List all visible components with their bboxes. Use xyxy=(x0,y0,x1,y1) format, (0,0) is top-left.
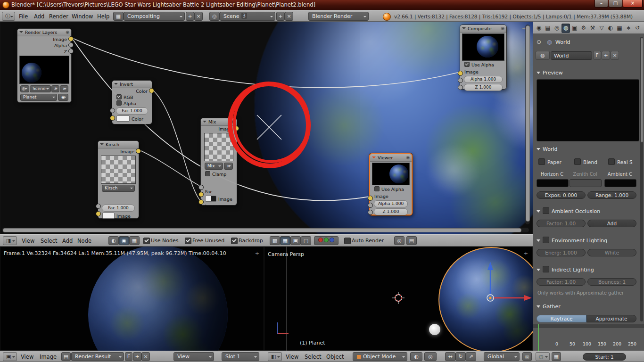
screen-layout-delete-button[interactable]: × xyxy=(194,12,203,21)
tab-world[interactable]: ◍ xyxy=(561,24,570,33)
image-unlink-button[interactable]: × xyxy=(141,352,150,361)
ambient-color-swatch[interactable] xyxy=(604,179,636,187)
free-unused-checkbox[interactable] xyxy=(185,238,191,244)
world-add-button[interactable]: + xyxy=(602,51,610,60)
view-mode-selector[interactable]: View xyxy=(173,352,214,361)
image-datablock-selector[interactable]: Render Result xyxy=(71,352,124,361)
region-corner-plus[interactable]: + xyxy=(524,250,528,256)
tab-texture[interactable]: ▦ xyxy=(615,24,624,33)
range-slider[interactable]: Range: 1.000 xyxy=(587,191,636,199)
menu-image[interactable]: Image xyxy=(40,354,57,360)
timeline[interactable]: 0 50 100 150 200 250 xyxy=(533,324,644,351)
node-editor[interactable]: Render Layers◉ Image Alpha Z ◎ Scene 3 ×… xyxy=(0,22,533,234)
image-editor[interactable]: Frame:1 Ve:32324 Fa:34624 La:1 Mem:35.11… xyxy=(0,247,264,351)
menu-select[interactable]: Select xyxy=(41,238,57,244)
editor-type-node-button[interactable]: ◨ xyxy=(3,236,17,245)
scene-selector[interactable]: Scene3 xyxy=(220,12,275,21)
channel-alpha-icon[interactable]: ▣ xyxy=(290,236,301,245)
tab-material[interactable]: ◐ xyxy=(606,24,615,33)
tab-render-layers[interactable]: ▤ xyxy=(544,24,552,33)
auto-render-checkbox[interactable] xyxy=(344,238,351,244)
properties-scrollbar[interactable] xyxy=(640,37,643,321)
use-nodes-checkbox[interactable] xyxy=(143,238,150,244)
channel-z-icon[interactable]: ▢ xyxy=(301,236,311,245)
menu-view[interactable]: View xyxy=(22,238,34,244)
tab-object-data[interactable]: ▽ xyxy=(597,24,606,33)
ao-checkbox[interactable] xyxy=(543,207,549,214)
menu-render[interactable]: Render xyxy=(49,13,68,20)
gather-approximate-button[interactable]: Approximate xyxy=(586,315,636,322)
screen-layout-selector[interactable]: Compositing xyxy=(124,12,185,21)
pivot-point-selector[interactable]: ◎ xyxy=(424,352,437,361)
editor-type-timeline-button[interactable]: ◷ xyxy=(536,352,550,361)
editor-type-info-button[interactable]: ⓘ xyxy=(2,12,15,21)
scene-delete-button[interactable]: × xyxy=(285,12,293,21)
tab-constraints[interactable]: ⚙ xyxy=(579,24,588,33)
mode-selector[interactable]: ■ Object Mode xyxy=(353,352,407,361)
menu-node[interactable]: Node xyxy=(77,238,91,244)
menu-view[interactable]: View xyxy=(286,354,298,360)
screen-layout-add-button[interactable]: + xyxy=(186,12,194,21)
fake-user-button[interactable]: F xyxy=(593,51,601,60)
world-browse-button[interactable]: ◍ xyxy=(536,51,550,60)
screen-layout-icon[interactable]: ▦ xyxy=(113,12,124,21)
maximize-button[interactable]: □ xyxy=(609,0,622,8)
channel-rgba-icon[interactable]: ▩ xyxy=(270,236,280,245)
world-name-field[interactable]: World xyxy=(551,51,592,60)
transform-orientation-selector[interactable]: Global xyxy=(484,352,520,361)
indirect-checkbox[interactable] xyxy=(543,266,549,272)
tab-physics[interactable]: ↺ xyxy=(633,24,642,33)
image-browse-icon[interactable]: ▤ xyxy=(61,352,71,361)
blend-sky-toggle[interactable]: Blend xyxy=(574,158,597,165)
timeline-view-icon[interactable]: ▦ xyxy=(552,352,561,361)
manipulator-rotate-icon[interactable]: ↻ xyxy=(455,352,466,361)
env-energy-slider[interactable]: Energ: 1.000 xyxy=(537,249,586,256)
gather-raytrace-button[interactable]: Raytrace xyxy=(537,315,586,322)
backdrop-checkbox[interactable] xyxy=(231,238,238,244)
snap-icon[interactable]: ◎ xyxy=(394,236,405,245)
manipulator-translate-icon[interactable]: ↔ xyxy=(445,352,455,361)
fake-user-button[interactable]: F xyxy=(125,352,132,361)
render-engine-selector[interactable]: Blender Render xyxy=(308,12,369,21)
horizon-color-swatch[interactable] xyxy=(537,179,569,187)
viewport-shading-selector[interactable]: ◐ xyxy=(410,352,422,361)
panel-ambient-occlusion[interactable]: Ambient Occlusion xyxy=(537,207,600,214)
panel-gather[interactable]: Gather xyxy=(537,304,561,310)
menu-file[interactable]: File xyxy=(19,13,28,20)
snap-icon[interactable]: ◎ xyxy=(522,352,532,361)
indirect-factor-slider[interactable]: Factor: 1.00 xyxy=(537,278,586,286)
manipulator-scale-icon[interactable]: ⇗ xyxy=(466,352,476,361)
channel-color-buttons[interactable] xyxy=(314,236,339,245)
minimize-button[interactable]: – xyxy=(594,0,608,8)
menu-view[interactable]: View xyxy=(21,354,33,360)
paper-sky-toggle[interactable]: Paper xyxy=(538,158,561,165)
menu-add[interactable]: Add xyxy=(62,238,73,244)
tab-scene[interactable]: ◎ xyxy=(553,24,561,33)
editor-type-3dview-button[interactable]: ◧ xyxy=(268,352,282,361)
panel-preview[interactable]: Preview xyxy=(537,70,563,76)
tree-type-shader-icon[interactable]: ◐ xyxy=(108,236,119,245)
panel-indirect-lighting[interactable]: Indirect Lighting xyxy=(537,266,594,273)
start-frame-field[interactable]: Start: 1 xyxy=(583,353,626,361)
region-corner-plus[interactable]: + xyxy=(255,250,259,256)
panel-environment-lighting[interactable]: Environment Lighting xyxy=(537,237,607,244)
close-button[interactable]: × xyxy=(623,0,643,8)
real-sky-toggle[interactable]: Real S xyxy=(608,158,633,165)
pin-icon[interactable]: ⊙ xyxy=(537,39,541,45)
menu-object[interactable]: Object xyxy=(326,354,344,360)
zenith-color-swatch[interactable] xyxy=(570,179,602,187)
ao-factor-slider[interactable]: Factor: 1.00 xyxy=(537,220,586,227)
title-bar[interactable]: Blender* [C:\Users\Trevors\Pictures\LEGO… xyxy=(0,0,644,10)
channel-rgb-icon[interactable]: ▦ xyxy=(280,236,290,245)
world-unlink-button[interactable]: × xyxy=(611,51,619,60)
ao-blend-mode-selector[interactable]: Add xyxy=(587,220,636,227)
tab-particles[interactable]: ∗ xyxy=(624,24,633,33)
viewport-3d[interactable]: Camera Persp (1) Planet + xyxy=(264,247,533,351)
panel-world[interactable]: World xyxy=(537,146,558,152)
env-checkbox[interactable] xyxy=(543,237,549,243)
tab-object[interactable]: ▣ xyxy=(570,24,579,33)
menu-select[interactable]: Select xyxy=(305,354,321,360)
menu-add[interactable]: Add xyxy=(34,13,44,20)
tab-render[interactable]: ◉ xyxy=(535,24,543,33)
env-color-selector[interactable]: White xyxy=(587,249,636,256)
